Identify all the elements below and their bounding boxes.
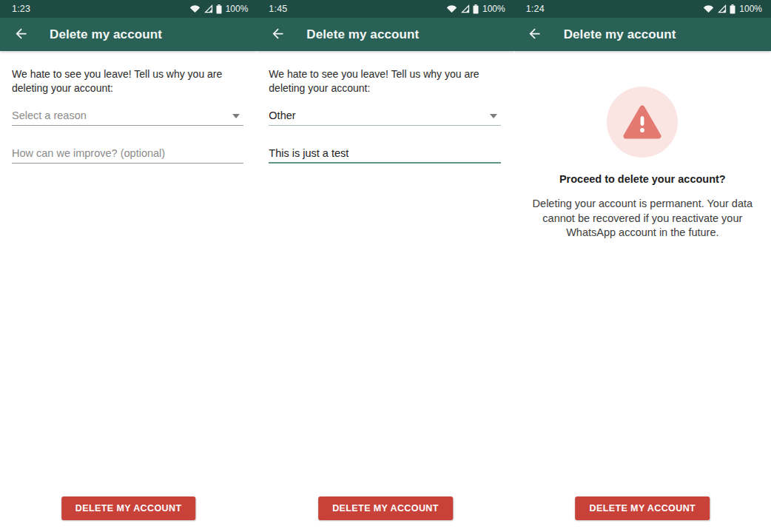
- cellular-icon: [460, 4, 470, 13]
- battery-icon: [730, 4, 735, 14]
- warning-icon: [607, 87, 678, 158]
- improve-input[interactable]: [269, 144, 500, 164]
- triple-screenshot: 1:23 100% Delete my account We hate to s…: [0, 0, 771, 532]
- battery-percent: 100%: [482, 4, 505, 14]
- app-bar: Delete my account: [514, 18, 771, 51]
- back-button[interactable]: [526, 26, 544, 44]
- dropdown-caret-icon: [490, 114, 497, 118]
- wifi-icon: [189, 4, 201, 13]
- status-time: 1:24: [526, 4, 545, 14]
- wifi-icon: [703, 4, 714, 13]
- cellular-icon: [717, 4, 727, 13]
- panel-confirm-delete: 1:24 100% Delete my account Proceed to d…: [514, 0, 771, 532]
- reason-dropdown[interactable]: Other: [269, 106, 500, 126]
- delete-account-button[interactable]: DELETE MY ACCOUNT: [61, 496, 196, 520]
- confirm-body-text: Deleting your account is permanent. Your…: [531, 197, 755, 240]
- status-bar: 1:24 100%: [514, 0, 771, 18]
- battery-percent: 100%: [739, 4, 762, 14]
- reason-dropdown-value: Other: [269, 110, 295, 121]
- back-arrow-icon: [527, 26, 542, 44]
- delete-reason-prompt: We hate to see you leave! Tell us why yo…: [12, 67, 240, 95]
- status-bar: 1:45 100%: [257, 0, 514, 18]
- status-bar: 1:23 100%: [0, 0, 257, 18]
- page-title: Delete my account: [50, 27, 162, 42]
- back-arrow-icon: [13, 26, 29, 44]
- delete-account-button[interactable]: DELETE MY ACCOUNT: [318, 496, 453, 520]
- battery-icon: [216, 4, 222, 14]
- cellular-icon: [203, 4, 213, 13]
- improve-input[interactable]: [12, 144, 243, 164]
- reason-dropdown-value: Select a reason: [12, 110, 87, 121]
- wifi-icon: [446, 4, 457, 13]
- back-button[interactable]: [12, 26, 30, 44]
- confirm-heading: Proceed to delete your account?: [526, 173, 759, 185]
- delete-reason-prompt: We hate to see you leave! Tell us why yo…: [269, 67, 496, 95]
- panel-reason-filled: 1:45 100% Delete my account We hate to s…: [257, 0, 514, 532]
- page-title: Delete my account: [306, 27, 419, 42]
- app-bar: Delete my account: [0, 18, 257, 51]
- app-bar: Delete my account: [257, 18, 514, 51]
- delete-account-button[interactable]: DELETE MY ACCOUNT: [576, 496, 710, 520]
- back-button[interactable]: [269, 26, 286, 44]
- dropdown-caret-icon: [232, 114, 240, 118]
- battery-percent: 100%: [226, 4, 249, 14]
- reason-dropdown[interactable]: Select a reason: [12, 106, 243, 126]
- panel-select-reason: 1:23 100% Delete my account We hate to s…: [0, 0, 257, 532]
- status-time: 1:23: [12, 4, 30, 14]
- page-title: Delete my account: [564, 27, 676, 42]
- status-time: 1:45: [269, 4, 287, 14]
- battery-icon: [473, 4, 479, 14]
- back-arrow-icon: [270, 26, 286, 44]
